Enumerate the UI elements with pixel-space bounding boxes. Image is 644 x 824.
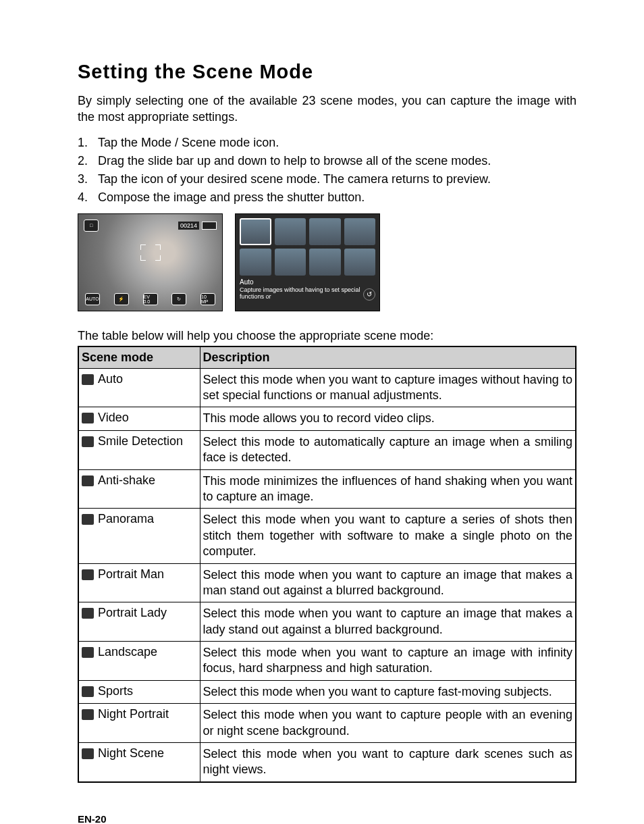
- screenshot-row: □ 00214 AUTO ⚡ EV 0.0 ↻ 10 MP: [78, 213, 576, 311]
- focus-brackets-icon: [140, 244, 161, 261]
- step-text: Tap the icon of your desired scene mode.…: [98, 170, 491, 188]
- night-scene-icon: [82, 748, 94, 759]
- scene-option-icon: [275, 218, 306, 245]
- scene-mode-cell: Night Portrait: [78, 704, 200, 743]
- scene-mode-description: Select this mode when you want to captur…: [200, 509, 576, 563]
- smile-detection-icon: [82, 436, 94, 447]
- scene-option-icon: [240, 218, 271, 245]
- scene-mode-cell: Night Scene: [78, 743, 200, 782]
- step-text: Drag the slide bar up and down to help t…: [98, 152, 491, 170]
- scene-mode-description: This mode allows you to record video cli…: [200, 407, 576, 430]
- back-icon: ↺: [363, 288, 375, 301]
- scene-mode-cell: Portrait Lady: [78, 602, 200, 642]
- scene-mode-cell: Panorama: [78, 509, 200, 563]
- timer-icon: ↻: [171, 293, 186, 305]
- scene-mode-description: Select this mode when you want to captur…: [200, 563, 576, 602]
- scene-mode-label: Portrait Man: [98, 567, 164, 582]
- page-number: EN-20: [78, 813, 576, 824]
- scene-mode-label: Auto: [98, 372, 123, 386]
- scene-mode-cell: Auto: [78, 368, 200, 407]
- auto-icon: [82, 374, 94, 385]
- step-number: 2.: [78, 152, 98, 170]
- scene-mode-cell: Smile Detection: [78, 430, 200, 469]
- page-title: Setting the Scene Mode: [78, 61, 576, 83]
- camera-preview-screenshot: □ 00214 AUTO ⚡ EV 0.0 ↻ 10 MP: [78, 213, 223, 311]
- scene-mode-description: Select this mode when you want to captur…: [200, 642, 576, 681]
- scene-mode-cell: Anti-shake: [78, 469, 200, 509]
- step-item: 1. Tap the Mode / Scene mode icon.: [78, 134, 576, 152]
- step-text: Tap the Mode / Scene mode icon.: [98, 134, 279, 152]
- table-intro: The table below will help you choose the…: [78, 329, 576, 343]
- portrait-lady-icon: [82, 608, 94, 619]
- steps-list: 1. Tap the Mode / Scene mode icon. 2. Dr…: [78, 134, 576, 207]
- scene-mode-label: Smile Detection: [98, 434, 183, 448]
- scene-mode-label: Landscape: [98, 645, 157, 659]
- table-row: Portrait ManSelect this mode when you wa…: [78, 563, 576, 602]
- scene-mode-label: Night Scene: [98, 746, 164, 761]
- scene-mode-label: Panorama: [98, 512, 154, 526]
- table-header: Description: [200, 346, 576, 369]
- table-row: VideoThis mode allows you to record vide…: [78, 407, 576, 430]
- step-item: 4. Compose the image and press the shutt…: [78, 188, 576, 207]
- panorama-icon: [82, 514, 94, 525]
- scene-mode-label: Night Portrait: [98, 707, 169, 721]
- portrait-man-icon: [82, 569, 94, 580]
- scene-mode-cell: Landscape: [78, 642, 200, 681]
- scene-mode-description: Select this mode when you want to captur…: [200, 704, 576, 743]
- scene-mode-cell: Portrait Man: [78, 563, 200, 602]
- table-row: LandscapeSelect this mode when you want …: [78, 642, 576, 681]
- table-row: SportsSelect this mode when you want to …: [78, 680, 576, 703]
- scene-caption: Auto Capture images without having to se…: [240, 278, 375, 301]
- scene-option-icon: [309, 249, 341, 276]
- scene-caption-text: Capture images without having to set spe…: [240, 286, 360, 301]
- table-row: Portrait LadySelect this mode when you w…: [78, 602, 576, 642]
- scene-selector-screenshot: Auto Capture images without having to se…: [235, 213, 380, 311]
- auto-mode-icon: AUTO: [85, 293, 100, 305]
- scene-mode-label: Anti-shake: [98, 473, 155, 488]
- scene-mode-description: This mode minimizes the influences of ha…: [200, 469, 576, 509]
- scene-mode-description: Select this mode when you want to captur…: [200, 743, 576, 782]
- shot-counter: 00214: [178, 222, 199, 230]
- step-text: Compose the image and press the shutter …: [98, 188, 365, 207]
- landscape-icon: [82, 647, 94, 658]
- step-item: 3. Tap the icon of your desired scene mo…: [78, 170, 576, 188]
- scene-mode-description: Select this mode when you want to captur…: [200, 680, 576, 703]
- step-number: 3.: [78, 170, 98, 188]
- scene-option-icon: [344, 218, 376, 245]
- scene-mode-description: Select this mode to automatically captur…: [200, 430, 576, 469]
- scene-mode-label: Sports: [98, 684, 133, 698]
- scene-mode-label: Video: [98, 411, 129, 425]
- video-icon: [82, 413, 94, 423]
- table-row: Night SceneSelect this mode when you wan…: [78, 743, 576, 782]
- scene-option-icon: [275, 249, 306, 276]
- table-header: Scene mode: [78, 346, 200, 369]
- step-item: 2. Drag the slide bar up and down to hel…: [78, 152, 576, 170]
- table-row: AutoSelect this mode when you want to ca…: [78, 368, 576, 407]
- scene-option-icon: [240, 249, 271, 276]
- scene-mode-cell: Sports: [78, 680, 200, 703]
- step-number: 1.: [78, 134, 98, 152]
- scene-mode-table: Scene mode Description AutoSelect this m…: [78, 346, 576, 783]
- night-portrait-icon: [82, 709, 94, 720]
- scene-option-icon: [344, 249, 376, 276]
- intro-text: By simply selecting one of the available…: [78, 93, 576, 126]
- table-row: Night PortraitSelect this mode when you …: [78, 704, 576, 743]
- scene-mode-label: Portrait Lady: [98, 606, 167, 620]
- scene-mode-cell: Video: [78, 407, 200, 430]
- step-number: 4.: [78, 188, 98, 207]
- table-row: Smile DetectionSelect this mode to autom…: [78, 430, 576, 469]
- scene-caption-title: Auto: [240, 278, 375, 286]
- table-row: Anti-shakeThis mode minimizes the influe…: [78, 469, 576, 509]
- anti-shake-icon: [82, 475, 94, 486]
- mode-indicator-icon: □: [84, 220, 99, 232]
- battery-icon: [202, 222, 217, 230]
- ev-icon: EV 0.0: [143, 293, 158, 305]
- resolution-icon: 10 MP: [200, 293, 215, 305]
- scene-option-icon: [309, 218, 341, 245]
- flash-icon: ⚡: [114, 293, 129, 305]
- scene-mode-description: Select this mode when you want to captur…: [200, 368, 576, 407]
- sports-icon: [82, 686, 94, 697]
- table-row: PanoramaSelect this mode when you want t…: [78, 509, 576, 563]
- scene-mode-description: Select this mode when you want to captur…: [200, 602, 576, 642]
